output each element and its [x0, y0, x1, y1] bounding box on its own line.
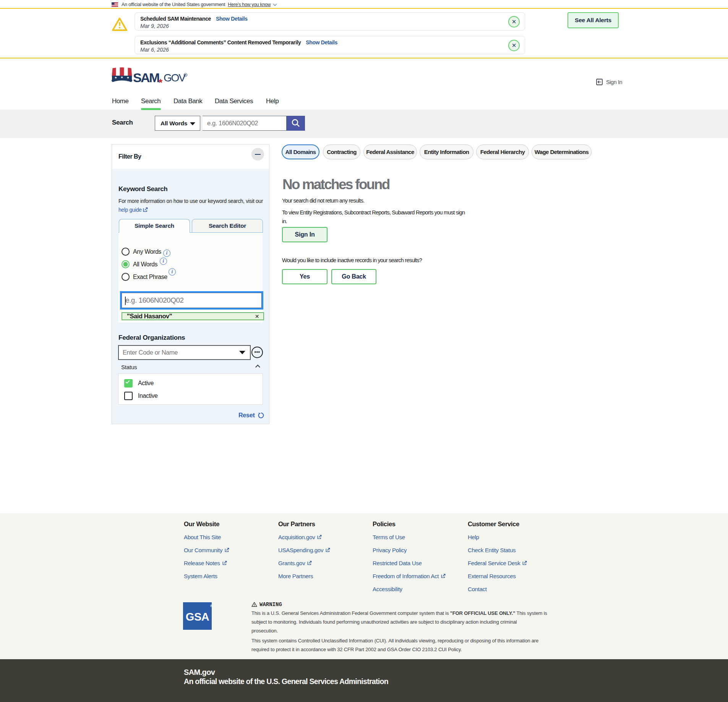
svg-text:SAM: SAM [133, 70, 159, 85]
svg-text:GOV: GOV [164, 72, 186, 84]
svg-text:R: R [185, 74, 186, 76]
